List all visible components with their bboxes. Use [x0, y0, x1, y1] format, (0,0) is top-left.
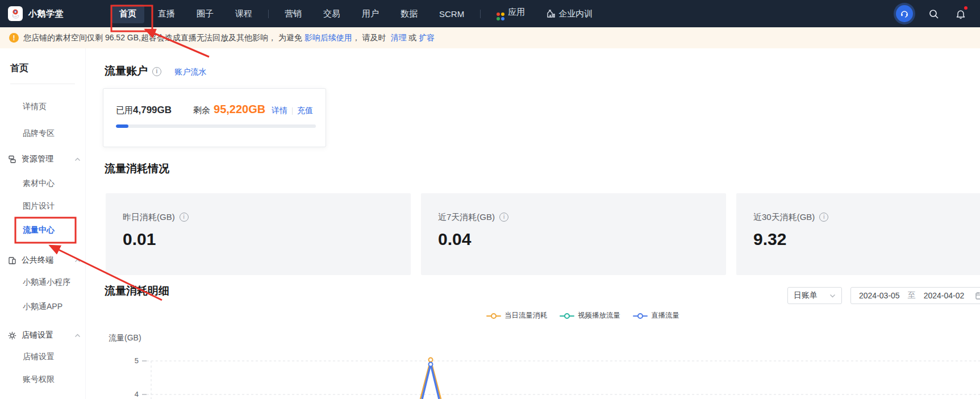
notification-bell-icon[interactable]: [954, 7, 968, 20]
sidebar-group-resource-mgmt[interactable]: 资源管理: [0, 153, 93, 165]
legend-item-daily-consumption[interactable]: 当日流量消耗: [486, 311, 547, 321]
topbar-right-icons: [896, 5, 968, 22]
account-flow-link[interactable]: 账户流水: [174, 67, 206, 76]
customer-service-headset-icon[interactable]: [896, 5, 913, 22]
legend-item-video-playback[interactable]: 视频播放流量: [560, 311, 620, 321]
nav-item-marketing[interactable]: 营销: [277, 5, 310, 23]
nav-divider: [480, 10, 481, 18]
chart-legend: 当日流量消耗 视频播放流量 直播流量: [486, 311, 679, 321]
sidebar: 首页 详情页 品牌专区 资源管理 素材中心 图片设计 流量中心 公共终端: [0, 48, 86, 399]
stat-card-yesterday: 昨日消耗(GB)i 0.01: [106, 193, 411, 275]
detail-title: 流量消耗明细: [105, 284, 169, 298]
nav-item-home[interactable]: 首页: [111, 5, 144, 23]
chevron-up-icon: [74, 334, 81, 338]
notification-badge: [964, 6, 968, 10]
used-value: 4,799GB: [133, 105, 172, 116]
divider: [292, 107, 293, 115]
chevron-down-icon: [829, 294, 836, 298]
usage-progress-bar: [116, 124, 316, 128]
info-icon[interactable]: i: [819, 213, 828, 222]
warning-icon: !: [9, 33, 19, 43]
stat-card-7days: 近7天消耗(GB)i 0.04: [421, 193, 726, 275]
chevron-up-icon: [74, 259, 81, 263]
storage-warning-banner: ! 您店铺的素材空间仅剩 96.52 GB,超容会造成直播无法回放及其他影响， …: [0, 27, 980, 48]
recharge-link[interactable]: 充值: [297, 106, 313, 116]
remain-value: 95,220GB: [214, 103, 265, 116]
sidebar-group-shop-settings[interactable]: 店铺设置: [0, 329, 93, 342]
consumption-cards: 昨日消耗(GB)i 0.01 近7天消耗(GB)i 0.04 近30天消耗(GB…: [106, 193, 980, 275]
date-range-input[interactable]: 2024-03-05 至 2024-04-02: [850, 287, 980, 304]
bill-type-select[interactable]: 日账单: [787, 287, 842, 304]
top-navigation-bar: 小鹅学堂 首页 直播 圈子 课程 营销 交易 用户 数据 SCRM 应用 企业内…: [0, 0, 980, 27]
legend-marker-teal: [560, 313, 574, 319]
usage-progress-fill: [116, 124, 128, 128]
nav-divider: [268, 10, 269, 18]
traffic-account-card: 已用4,799GB 剩余 95,220GB 详情 充值: [103, 88, 326, 147]
info-icon[interactable]: i: [180, 213, 189, 222]
nav-item-scrm[interactable]: SCRM: [431, 5, 472, 23]
building-icon: [547, 10, 555, 19]
nav-item-users[interactable]: 用户: [354, 5, 387, 23]
date-end[interactable]: 2024-04-02: [924, 291, 965, 300]
legend-marker-blue: [633, 313, 648, 319]
y-tick-5: 5: [135, 356, 139, 365]
consumption-title: 流量消耗情况: [105, 161, 169, 176]
impact-link[interactable]: 影响后续使用: [305, 33, 352, 43]
remain-label: 剩余: [193, 105, 210, 116]
banner-text: 您店铺的素材空间仅剩 96.52 GB,超容会造成直播无法回放及其他影响， 为避…: [23, 33, 305, 43]
peak-marker-orange: [429, 358, 433, 362]
brand-name: 小鹅学堂: [28, 9, 64, 19]
calendar-icon: [975, 292, 980, 300]
detail-link[interactable]: 详情: [272, 106, 287, 116]
legend-marker-orange: [486, 313, 501, 319]
expand-link[interactable]: 扩容: [419, 33, 435, 43]
traffic-line-chart: 5 4: [86, 332, 980, 399]
main-content: 流量账户i 账户流水 已用4,799GB 剩余 95,220GB 详情 充值 流…: [86, 48, 980, 399]
peak-marker-blue: [429, 363, 433, 367]
date-to-label: 至: [908, 290, 916, 301]
info-icon[interactable]: i: [499, 213, 508, 222]
nav-item-enterprise-training[interactable]: 企业内训: [539, 5, 600, 23]
banner-text: ， 请及时: [352, 33, 391, 43]
stat-card-30days: 近30天消耗(GB)i 9.32: [736, 193, 980, 275]
stat-value: 0.01: [123, 230, 394, 249]
stat-value: 0.04: [438, 230, 709, 249]
sidebar-title-home: 首页: [0, 62, 95, 74]
stat-value: 9.32: [753, 230, 980, 249]
used-label: 已用: [116, 105, 133, 116]
legend-item-live-traffic[interactable]: 直播流量: [633, 311, 679, 321]
apps-grid-icon: [497, 13, 504, 20]
y-tick-4: 4: [135, 390, 139, 398]
nav-item-data[interactable]: 数据: [393, 5, 426, 23]
search-icon[interactable]: [927, 7, 940, 20]
terminal-icon: [8, 256, 16, 265]
nav-item-trade[interactable]: 交易: [315, 5, 348, 23]
nav-item-live[interactable]: 直播: [150, 5, 183, 23]
app-logo-icon: [8, 6, 23, 21]
main-nav: 首页 直播 圈子 课程 营销 交易 用户 数据 SCRM 应用 企业内训: [111, 3, 600, 24]
gear-icon: [8, 331, 16, 340]
resource-icon: [8, 155, 16, 164]
sidebar-divider: [10, 84, 75, 84]
nav-item-course[interactable]: 课程: [227, 5, 260, 23]
banner-text: 或: [406, 33, 419, 43]
info-icon[interactable]: i: [152, 67, 161, 76]
traffic-account-title: 流量账户i 账户流水: [105, 64, 206, 78]
date-start[interactable]: 2024-03-05: [859, 291, 900, 300]
chevron-up-icon: [74, 157, 81, 161]
nav-item-apps[interactable]: 应用: [489, 3, 533, 24]
sidebar-group-public-terminal[interactable]: 公共终端: [0, 254, 93, 267]
clean-link[interactable]: 清理: [390, 33, 406, 43]
brand[interactable]: 小鹅学堂: [8, 6, 92, 21]
nav-item-circle[interactable]: 圈子: [189, 5, 222, 23]
